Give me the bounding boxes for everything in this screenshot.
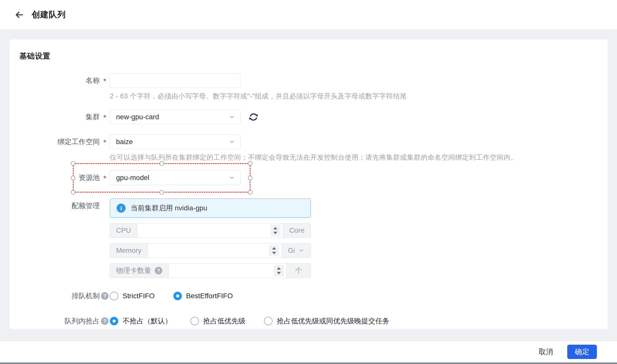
form-row-resource-pool: 资源池 * gpu-model (19, 170, 608, 186)
workspace-label: 绑定工作空间 (19, 135, 100, 149)
help-icon[interactable]: ? (155, 267, 162, 274)
refresh-icon (248, 112, 259, 122)
stepper-down-icon[interactable] (272, 252, 276, 254)
form-card: 基础设置 名称 * 2 - 63 个字符，必须由小写字母、数字字符或"-"组成，… (9, 39, 608, 329)
resource-pool-label: 资源池 (19, 170, 100, 185)
card-count-stepper[interactable] (274, 265, 284, 276)
arrow-left-icon (14, 10, 25, 20)
card-count-group: 物理卡数量 ? 个 (110, 263, 311, 278)
stepper-up-icon[interactable] (272, 247, 276, 250)
form-row-preemption: 队列内抢占 ? 不抢占（默认） 抢占低优先级 抢占低优先级或同优先级晚提交任务 (19, 314, 608, 328)
help-icon[interactable]: ? (101, 292, 109, 300)
name-label: 名称 (19, 73, 100, 88)
required-asterisk: * (100, 73, 110, 89)
radio-label: StrictFIFO (123, 292, 155, 300)
required-asterisk: * (100, 135, 110, 150)
help-icon[interactable]: ? (101, 317, 109, 325)
cluster-label: 集群 (19, 110, 100, 124)
memory-prefix-label: Memory (110, 244, 148, 258)
name-hint: 2 - 63 个字符，必须由小写字母、数字字符或"-"组成，并且必须以字母开头及… (110, 92, 407, 101)
radio-icon[interactable] (190, 317, 199, 325)
form-row-name: 名称 * 2 - 63 个字符，必须由小写字母、数字字符或"-"组成，并且必须以… (19, 73, 608, 101)
workspace-select-value: baize (116, 138, 133, 146)
quota-label: 配额管理 (19, 199, 100, 213)
selection-handle[interactable] (248, 190, 252, 195)
workspace-hint: 仅可以选择与队列所在集群绑定的工作空间；不绑定会导致无法在开发控制台使用；请先将… (110, 153, 518, 162)
cpu-prefix-label: CPU (110, 223, 137, 237)
resource-pool-select-value: gpu-model (116, 174, 149, 182)
cpu-unit-label: Core (283, 223, 311, 237)
chevron-down-icon (229, 139, 235, 145)
radio-option-no-preempt[interactable]: 不抢占（默认） (110, 316, 172, 326)
memory-quota-group: Memory Gi (110, 243, 311, 258)
memory-stepper[interactable] (269, 245, 279, 256)
radio-label: 抢占低优先级 (203, 316, 245, 326)
confirm-button[interactable]: 确定 (567, 345, 597, 359)
radio-option-preempt-low-priority[interactable]: 抢占低优先级 (190, 316, 245, 326)
chevron-down-icon (298, 248, 304, 254)
alert-text: 当前集群启用 nvidia-gpu (131, 203, 207, 213)
radio-label: 抢占低优先级或同优先级晚提交任务 (277, 316, 389, 326)
cancel-button[interactable]: 取消 (539, 347, 553, 357)
radio-option-besteffortfifo[interactable]: BestEffortFIFO (173, 292, 233, 300)
section-title: 基础设置 (9, 39, 608, 61)
chevron-down-icon (229, 114, 235, 120)
card-count-input[interactable] (169, 264, 286, 278)
stepper-down-icon[interactable] (277, 272, 281, 274)
cpu-input[interactable] (137, 223, 283, 237)
required-asterisk: * (100, 110, 110, 125)
queue-mechanism-label: 排队机制 (19, 289, 100, 303)
stepper-down-icon[interactable] (273, 232, 277, 234)
radio-icon[interactable] (110, 317, 118, 325)
form-row-quota: 配额管理 i 当前集群启用 nvidia-gpu CPU Core (19, 199, 608, 278)
page-title: 创建队列 (32, 9, 66, 20)
cpu-quota-group: CPU Core (110, 223, 311, 238)
radio-label: 不抢占（默认） (123, 316, 172, 326)
memory-unit-value: Gi (288, 247, 295, 255)
radio-option-preempt-low-or-later[interactable]: 抢占低优先级或同优先级晚提交任务 (264, 316, 389, 326)
memory-unit-select[interactable]: Gi (282, 244, 311, 258)
card-count-prefix-label: 物理卡数量 (116, 266, 151, 275)
name-input[interactable] (110, 73, 240, 88)
cluster-select[interactable]: new-gpu-card (110, 110, 240, 124)
info-icon: i (117, 204, 126, 213)
footer-action-bar: 取消 确定 (0, 341, 617, 362)
workspace-select[interactable]: baize (110, 135, 240, 149)
radio-icon[interactable] (173, 292, 182, 300)
radio-icon[interactable] (264, 317, 273, 325)
card-count-unit-label: 个 (286, 264, 311, 278)
radio-option-strictfifo[interactable]: StrictFIFO (110, 292, 155, 300)
selection-handle[interactable] (71, 190, 75, 195)
radio-icon[interactable] (110, 292, 118, 300)
window-bottom-edge (0, 362, 617, 364)
stepper-up-icon[interactable] (273, 227, 277, 229)
form-row-queue-mechanism: 排队机制 ? StrictFIFO BestEffortFIFO (19, 289, 608, 303)
refresh-cluster-button[interactable] (247, 111, 260, 123)
cluster-select-value: new-gpu-card (116, 113, 159, 121)
memory-input[interactable] (148, 244, 282, 258)
cluster-info-alert: i 当前集群启用 nvidia-gpu (110, 199, 311, 218)
stepper-up-icon[interactable] (277, 267, 281, 270)
resource-pool-select[interactable]: gpu-model (110, 170, 240, 185)
selection-handle[interactable] (160, 190, 164, 195)
cpu-stepper[interactable] (270, 225, 280, 236)
form-row-cluster: 集群 * new-gpu-card (19, 110, 608, 125)
chevron-down-icon (229, 174, 235, 181)
radio-label: BestEffortFIFO (186, 292, 233, 300)
form-row-workspace: 绑定工作空间 * baize 仅可以选择与队列所在集群绑定的工作空间；不绑定会导… (19, 135, 608, 162)
selection-handle[interactable] (248, 176, 252, 180)
required-asterisk: * (100, 170, 110, 186)
back-button[interactable] (14, 9, 25, 21)
page-header: 创建队列 (0, 0, 617, 29)
preemption-label: 队列内抢占 (19, 314, 100, 328)
